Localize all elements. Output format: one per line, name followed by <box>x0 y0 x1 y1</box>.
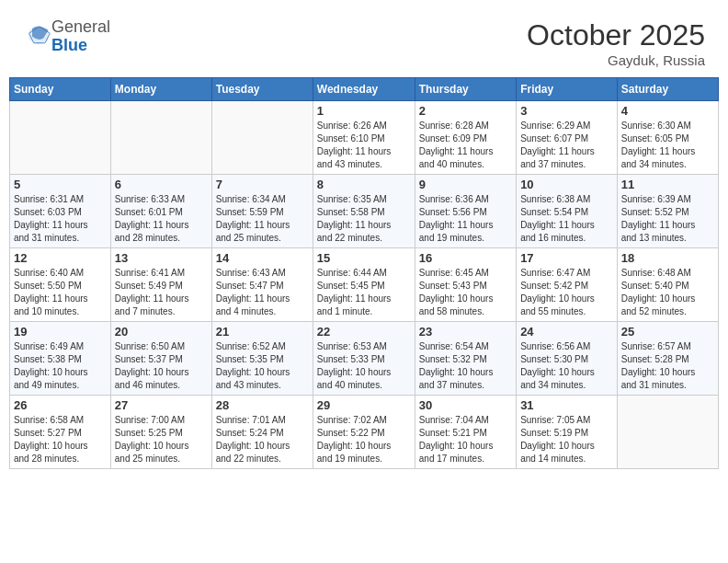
day-info: Sunrise: 6:52 AMSunset: 5:35 PMDaylight:… <box>216 340 309 392</box>
weekday-header-row: SundayMondayTuesdayWednesdayThursdayFrid… <box>10 78 719 101</box>
calendar-body: 1Sunrise: 6:26 AMSunset: 6:10 PMDaylight… <box>10 101 719 469</box>
calendar-day-cell: 31Sunrise: 7:05 AMSunset: 5:19 PMDayligh… <box>517 396 618 469</box>
day-info: Sunrise: 6:29 AMSunset: 6:07 PMDaylight:… <box>520 120 613 171</box>
day-number: 25 <box>621 325 714 339</box>
day-info: Sunrise: 7:00 AMSunset: 5:25 PMDaylight:… <box>115 414 208 465</box>
day-info: Sunrise: 7:04 AMSunset: 5:21 PMDaylight:… <box>419 414 512 465</box>
weekday-header-cell: Sunday <box>10 78 111 101</box>
calendar-day-cell: 14Sunrise: 6:43 AMSunset: 5:47 PMDayligh… <box>211 248 313 322</box>
day-number: 8 <box>317 178 411 191</box>
calendar-day-cell: 18Sunrise: 6:48 AMSunset: 5:40 PMDayligh… <box>617 248 718 322</box>
day-number: 26 <box>14 398 107 412</box>
calendar-week-row: 26Sunrise: 6:58 AMSunset: 5:27 PMDayligh… <box>10 396 719 469</box>
day-number: 31 <box>520 398 613 412</box>
day-number: 20 <box>115 325 208 339</box>
weekday-header-cell: Saturday <box>617 78 718 101</box>
logo-general-text: General <box>51 17 110 36</box>
day-info: Sunrise: 6:56 AMSunset: 5:30 PMDaylight:… <box>520 340 613 392</box>
day-info: Sunrise: 6:36 AMSunset: 5:56 PMDaylight:… <box>419 193 512 245</box>
calendar-day-cell: 19Sunrise: 6:49 AMSunset: 5:38 PMDayligh… <box>10 322 111 396</box>
day-number: 6 <box>115 178 208 191</box>
day-number: 29 <box>317 398 411 412</box>
calendar-day-cell: 15Sunrise: 6:44 AMSunset: 5:45 PMDayligh… <box>313 248 415 322</box>
day-number: 21 <box>216 325 309 339</box>
day-number: 2 <box>419 104 512 118</box>
day-number: 14 <box>216 251 309 265</box>
day-number: 27 <box>115 398 208 412</box>
day-info: Sunrise: 7:02 AMSunset: 5:22 PMDaylight:… <box>317 414 411 465</box>
day-number: 1 <box>317 104 411 118</box>
calendar-table: SundayMondayTuesdayWednesdayThursdayFrid… <box>9 77 719 469</box>
page-header: General Blue October 2025 Gayduk, Russia <box>9 9 719 73</box>
calendar-day-cell <box>10 101 111 175</box>
day-info: Sunrise: 6:45 AMSunset: 5:43 PMDaylight:… <box>419 267 512 318</box>
day-number: 19 <box>14 325 107 339</box>
weekday-header-cell: Wednesday <box>313 78 415 101</box>
calendar-day-cell: 22Sunrise: 6:53 AMSunset: 5:33 PMDayligh… <box>313 322 415 396</box>
day-number: 17 <box>520 251 613 265</box>
calendar-day-cell: 21Sunrise: 6:52 AMSunset: 5:35 PMDayligh… <box>211 322 313 396</box>
day-info: Sunrise: 6:53 AMSunset: 5:33 PMDaylight:… <box>317 340 411 392</box>
weekday-header-cell: Friday <box>517 78 618 101</box>
day-number: 30 <box>419 398 512 412</box>
day-info: Sunrise: 6:31 AMSunset: 6:03 PMDaylight:… <box>14 193 107 245</box>
calendar-day-cell: 28Sunrise: 7:01 AMSunset: 5:24 PMDayligh… <box>211 396 313 469</box>
calendar-day-cell: 23Sunrise: 6:54 AMSunset: 5:32 PMDayligh… <box>415 322 516 396</box>
day-info: Sunrise: 7:05 AMSunset: 5:19 PMDaylight:… <box>520 414 613 465</box>
day-info: Sunrise: 6:40 AMSunset: 5:50 PMDaylight:… <box>14 267 107 318</box>
day-number: 4 <box>621 104 714 118</box>
calendar-day-cell: 8Sunrise: 6:35 AMSunset: 5:58 PMDaylight… <box>313 175 415 248</box>
day-info: Sunrise: 6:47 AMSunset: 5:42 PMDaylight:… <box>520 267 613 318</box>
calendar-day-cell <box>617 396 718 469</box>
month-title: October 2025 <box>527 18 705 52</box>
logo-icon <box>26 22 51 48</box>
day-number: 18 <box>621 251 714 265</box>
day-info: Sunrise: 6:34 AMSunset: 5:59 PMDaylight:… <box>216 193 309 245</box>
day-info: Sunrise: 7:01 AMSunset: 5:24 PMDaylight:… <box>216 414 309 465</box>
day-number: 22 <box>317 325 411 339</box>
day-number: 11 <box>621 178 714 191</box>
day-info: Sunrise: 6:48 AMSunset: 5:40 PMDaylight:… <box>621 267 714 318</box>
logo-blue-text: Blue <box>51 36 87 54</box>
weekday-header-cell: Monday <box>110 78 211 101</box>
calendar-day-cell: 17Sunrise: 6:47 AMSunset: 5:42 PMDayligh… <box>517 248 618 322</box>
calendar-day-cell: 13Sunrise: 6:41 AMSunset: 5:49 PMDayligh… <box>110 248 211 322</box>
day-number: 10 <box>520 178 613 191</box>
title-block: October 2025 Gayduk, Russia <box>527 18 705 68</box>
day-number: 13 <box>115 251 208 265</box>
calendar-day-cell: 5Sunrise: 6:31 AMSunset: 6:03 PMDaylight… <box>10 175 111 248</box>
calendar-day-cell: 26Sunrise: 6:58 AMSunset: 5:27 PMDayligh… <box>10 396 111 469</box>
calendar-week-row: 19Sunrise: 6:49 AMSunset: 5:38 PMDayligh… <box>10 322 719 396</box>
day-info: Sunrise: 6:50 AMSunset: 5:37 PMDaylight:… <box>115 340 208 392</box>
day-info: Sunrise: 6:43 AMSunset: 5:47 PMDaylight:… <box>216 267 309 318</box>
calendar-day-cell: 7Sunrise: 6:34 AMSunset: 5:59 PMDaylight… <box>211 175 313 248</box>
day-info: Sunrise: 6:33 AMSunset: 6:01 PMDaylight:… <box>115 193 208 245</box>
logo: General Blue <box>23 18 110 55</box>
day-info: Sunrise: 6:41 AMSunset: 5:49 PMDaylight:… <box>115 267 208 318</box>
day-number: 28 <box>216 398 309 412</box>
calendar-day-cell <box>110 101 211 175</box>
calendar-day-cell: 12Sunrise: 6:40 AMSunset: 5:50 PMDayligh… <box>10 248 111 322</box>
day-number: 5 <box>14 178 107 191</box>
day-info: Sunrise: 6:35 AMSunset: 5:58 PMDaylight:… <box>317 193 411 245</box>
day-info: Sunrise: 6:54 AMSunset: 5:32 PMDaylight:… <box>419 340 512 392</box>
day-info: Sunrise: 6:39 AMSunset: 5:52 PMDaylight:… <box>621 193 714 245</box>
calendar-day-cell: 3Sunrise: 6:29 AMSunset: 6:07 PMDaylight… <box>517 101 618 175</box>
calendar-week-row: 12Sunrise: 6:40 AMSunset: 5:50 PMDayligh… <box>10 248 719 322</box>
day-info: Sunrise: 6:44 AMSunset: 5:45 PMDaylight:… <box>317 267 411 318</box>
day-number: 9 <box>419 178 512 191</box>
calendar-day-cell: 11Sunrise: 6:39 AMSunset: 5:52 PMDayligh… <box>617 175 718 248</box>
calendar-day-cell <box>211 101 313 175</box>
calendar-day-cell: 9Sunrise: 6:36 AMSunset: 5:56 PMDaylight… <box>415 175 516 248</box>
day-info: Sunrise: 6:57 AMSunset: 5:28 PMDaylight:… <box>621 340 714 392</box>
calendar-day-cell: 30Sunrise: 7:04 AMSunset: 5:21 PMDayligh… <box>415 396 516 469</box>
calendar-day-cell: 4Sunrise: 6:30 AMSunset: 6:05 PMDaylight… <box>617 101 718 175</box>
calendar-week-row: 1Sunrise: 6:26 AMSunset: 6:10 PMDaylight… <box>10 101 719 175</box>
weekday-header-cell: Tuesday <box>211 78 313 101</box>
calendar-day-cell: 20Sunrise: 6:50 AMSunset: 5:37 PMDayligh… <box>110 322 211 396</box>
day-info: Sunrise: 6:58 AMSunset: 5:27 PMDaylight:… <box>14 414 107 465</box>
day-number: 15 <box>317 251 411 265</box>
calendar-day-cell: 6Sunrise: 6:33 AMSunset: 6:01 PMDaylight… <box>110 175 211 248</box>
calendar-week-row: 5Sunrise: 6:31 AMSunset: 6:03 PMDaylight… <box>10 175 719 248</box>
day-number: 24 <box>520 325 613 339</box>
